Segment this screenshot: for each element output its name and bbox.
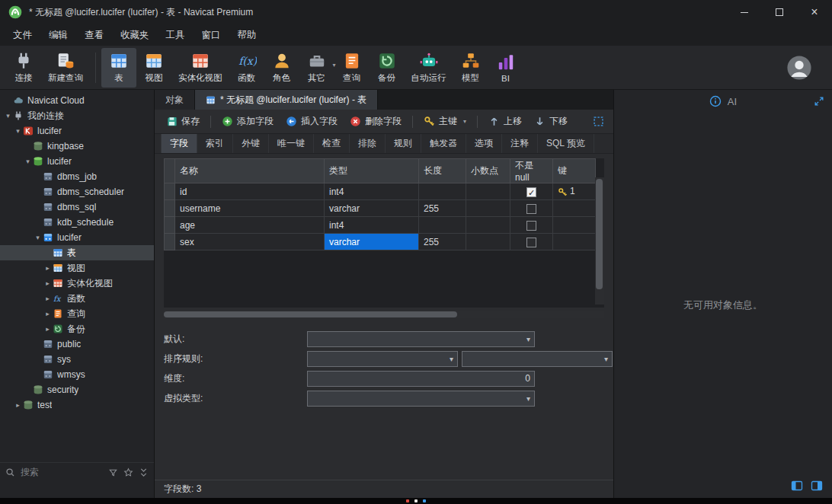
expander-closed-icon[interactable]: ▸ — [43, 264, 53, 272]
favorites-star-icon[interactable] — [123, 467, 133, 477]
row-marker[interactable] — [165, 234, 175, 250]
expander-open-icon[interactable]: ▾ — [3, 112, 13, 120]
tree-item-database-security[interactable]: security — [0, 382, 154, 397]
move-up-button[interactable]: 上移 — [483, 112, 527, 131]
checkbox-checked[interactable]: ✓ — [526, 187, 536, 197]
expander-closed-icon[interactable]: ▸ — [43, 279, 53, 287]
cell-not-null[interactable]: ✓ — [510, 183, 553, 200]
vertical-scrollbar[interactable] — [595, 177, 604, 305]
designer-tab-comment[interactable]: 注释 — [502, 134, 538, 153]
designer-tab-checks[interactable]: 检查 — [314, 134, 350, 153]
maximize-button[interactable] — [762, 0, 797, 24]
column-header-name[interactable]: 名称 — [175, 159, 325, 183]
tree-item-package-dbms-job[interactable]: dbms_job — [0, 169, 154, 184]
user-avatar[interactable] — [786, 55, 812, 81]
row-marker[interactable] — [165, 200, 175, 217]
vertical-scrollbar-thumb[interactable] — [596, 179, 603, 289]
tree-item-functions[interactable]: ▸fx函数 — [0, 291, 154, 306]
cell-decimals[interactable] — [466, 200, 510, 217]
tree-item-queries[interactable]: ▸查询 — [0, 306, 154, 321]
toolbar-functions-button[interactable]: f(x)函数 — [229, 48, 264, 88]
row-marker[interactable] — [165, 183, 175, 200]
menu-file[interactable]: 文件 — [5, 26, 40, 45]
toggle-right-pane-icon[interactable] — [811, 480, 823, 492]
tree-item-database-kingbase[interactable]: kingbase — [0, 139, 154, 154]
expander-closed-icon[interactable]: ▸ — [13, 401, 23, 409]
column-header-key[interactable]: 键 — [553, 159, 596, 183]
cell-name[interactable]: id — [175, 183, 325, 200]
cell-length[interactable]: 255 — [419, 200, 466, 217]
cell-type[interactable]: varchar — [325, 200, 419, 217]
column-header-type[interactable]: 类型 — [325, 159, 419, 183]
tree-item-connection-test[interactable]: ▸test — [0, 397, 154, 413]
tree-item-package-dbms-sql[interactable]: dbms_sql — [0, 199, 154, 215]
form-select-collation-1[interactable]: ▾ — [307, 351, 458, 367]
info-icon[interactable] — [709, 95, 722, 107]
toolbar-backups-button[interactable]: 备份 — [370, 48, 405, 88]
designer-tab-triggers[interactable]: 触发器 — [421, 134, 466, 153]
toolbar-bi-button[interactable]: BI — [488, 48, 523, 88]
cell-key[interactable]: 1 — [553, 183, 596, 200]
tree-item-materialized-views[interactable]: ▸实体化视图 — [0, 276, 154, 291]
cell-length[interactable] — [419, 217, 466, 234]
expander-open-icon[interactable]: ▾ — [33, 234, 43, 241]
ai-tab-label[interactable]: AI — [728, 96, 737, 107]
toolbar-automation-button[interactable]: 自动运行 — [405, 48, 453, 88]
expander-open-icon[interactable]: ▾ — [23, 158, 33, 165]
tree-item-navicat-cloud[interactable]: Navicat Cloud — [0, 93, 154, 108]
designer-tab-rules[interactable]: 规则 — [386, 134, 421, 153]
minimize-button[interactable] — [727, 0, 762, 24]
save-button[interactable]: 保存 — [161, 112, 205, 131]
designer-tab-options[interactable]: 选项 — [466, 134, 502, 153]
row-marker[interactable] — [165, 217, 175, 234]
toolbar-materialized-views-button[interactable]: 实体化视图 — [171, 48, 229, 88]
tree-item-backups[interactable]: ▸备份 — [0, 321, 154, 337]
tree-item-database-lucifer[interactable]: ▾lucifer — [0, 154, 154, 169]
designer-tab-uniques[interactable]: 唯一键 — [269, 134, 314, 153]
toolbar-queries-button[interactable]: 查询 — [334, 48, 370, 88]
toolbar-tables-button[interactable]: 表 — [101, 48, 136, 88]
column-header-not-null[interactable]: 不是 null — [510, 159, 553, 183]
expand-panel-icon[interactable] — [814, 96, 824, 107]
collapse-all-icon[interactable] — [139, 467, 149, 477]
form-select-default[interactable]: ▾ — [307, 331, 535, 347]
search-input[interactable] — [21, 467, 103, 477]
toolbar-connect-button[interactable]: 连接 — [6, 48, 41, 88]
cell-decimals[interactable] — [466, 234, 510, 250]
designer-tab-fields[interactable]: 字段 — [161, 134, 197, 153]
add-field-button[interactable]: 添加字段 — [216, 112, 279, 131]
cell-key[interactable] — [553, 200, 596, 217]
filter-icon[interactable] — [108, 467, 118, 477]
tree-item-schema-public[interactable]: public — [0, 337, 154, 352]
cell-not-null[interactable] — [510, 234, 553, 250]
designer-tab-indexes[interactable]: 索引 — [197, 134, 233, 153]
tree-item-tables[interactable]: 表 — [0, 245, 154, 260]
column-header-decimals[interactable]: 小数点 — [466, 159, 510, 183]
expander-open-icon[interactable]: ▾ — [13, 127, 23, 135]
cell-name[interactable]: username — [175, 200, 325, 217]
toolbar-roles-button[interactable]: 角色 — [264, 48, 299, 88]
checkbox-unchecked[interactable] — [526, 204, 536, 214]
form-select-collation-2[interactable]: ▾ — [462, 351, 613, 367]
cell-length[interactable] — [419, 183, 466, 200]
cell-name[interactable]: sex — [175, 234, 325, 250]
close-button[interactable]: × — [797, 0, 832, 24]
cell-name[interactable]: age — [175, 217, 325, 234]
cell-length[interactable]: 255 — [419, 234, 466, 250]
toggle-left-pane-icon[interactable] — [791, 480, 803, 492]
designer-tab-excludes[interactable]: 排除 — [350, 134, 386, 153]
toolbar-others-button[interactable]: 其它▾ — [299, 48, 334, 88]
menu-help[interactable]: 帮助 — [229, 26, 265, 45]
tree-item-connection-lucifer[interactable]: ▾lucifer — [0, 123, 154, 139]
tab-table-designer[interactable]: * 无标题 @lucifer.lucifer (lucifer) - 表 — [195, 90, 378, 110]
cell-not-null[interactable] — [510, 200, 553, 217]
toolbar-models-button[interactable]: 模型 — [453, 48, 488, 88]
fit-window-icon[interactable] — [593, 116, 604, 127]
tree-item-schema-wmsys[interactable]: wmsys — [0, 367, 154, 382]
tree-item-views[interactable]: ▸视图 — [0, 260, 154, 276]
form-select-virtual-type[interactable]: ▾ — [307, 391, 535, 407]
delete-field-button[interactable]: 删除字段 — [344, 112, 407, 131]
designer-tab-foreign-keys[interactable]: 外键 — [233, 134, 269, 153]
cell-decimals[interactable] — [466, 183, 510, 200]
tree-item-schema-sys[interactable]: sys — [0, 352, 154, 367]
